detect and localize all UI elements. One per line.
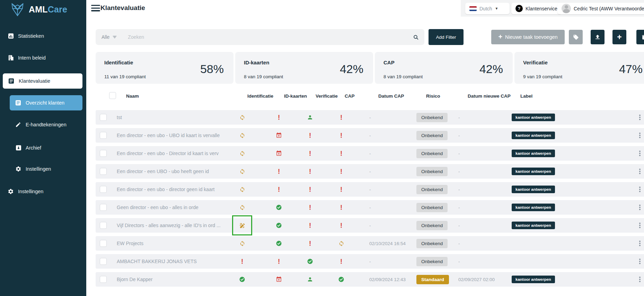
row-actions-menu-icon[interactable] bbox=[637, 275, 642, 284]
sidebar-item-instellingen[interactable]: Instellingen bbox=[0, 161, 86, 177]
check-icon bbox=[239, 276, 245, 282]
row-name[interactable]: Bjorn De Kapper bbox=[111, 272, 220, 287]
filter-list-icon bbox=[112, 34, 117, 40]
language-selector[interactable]: Dutch ▼ bbox=[465, 3, 510, 14]
sidebar-item-statistieken[interactable]: Statistieken bbox=[0, 28, 86, 44]
row-checkbox[interactable] bbox=[100, 258, 107, 265]
row-name[interactable]: Een director - een ubo - Director id kaa… bbox=[111, 146, 220, 161]
table-row: Geen director - een ubo - alles in orde … bbox=[96, 200, 644, 215]
search-bar: Alle bbox=[96, 29, 424, 45]
row-checkbox[interactable] bbox=[100, 150, 107, 157]
delete-button[interactable] bbox=[636, 30, 644, 44]
risk-badge: Onbekend bbox=[416, 167, 448, 176]
cell-label: kantoor antwerpen bbox=[512, 164, 624, 179]
row-checkbox[interactable] bbox=[100, 186, 107, 193]
row-name[interactable]: Een director - een ubo - director geen i… bbox=[111, 182, 220, 197]
new-task-button[interactable]: + Nieuwe taak toevoegen bbox=[491, 30, 565, 44]
add-filter-button[interactable]: Add Filter bbox=[429, 29, 464, 45]
row-actions-menu-icon[interactable] bbox=[637, 239, 642, 248]
label-badge[interactable]: kantoor antwerpen bbox=[512, 150, 555, 157]
sidebar-item-label: Instellingen bbox=[26, 166, 51, 172]
avatar bbox=[562, 4, 571, 13]
chevron-down-icon: ▼ bbox=[495, 7, 499, 10]
row-name[interactable]: Geen director - een ubo - alles in orde bbox=[111, 200, 220, 215]
cell-id-kaarten: ! bbox=[264, 164, 294, 179]
page-title: Klantevaluatie bbox=[100, 4, 145, 12]
cell-label: kantoor antwerpen bbox=[512, 146, 624, 161]
row-actions-menu-icon[interactable] bbox=[637, 257, 642, 266]
cell-risico: Onbekend bbox=[416, 200, 458, 215]
risk-badge: Standaard bbox=[416, 275, 449, 284]
sidebar-item-archief[interactable]: Archief bbox=[0, 140, 86, 155]
menu-toggle-icon[interactable] bbox=[91, 5, 100, 13]
row-checkbox[interactable] bbox=[100, 222, 107, 229]
risk-badge: Onbekend bbox=[416, 239, 448, 248]
label-badge[interactable]: kantoor antwerpen bbox=[512, 186, 555, 193]
user-menu[interactable]: Cedric Test (AWW Verantwoordeli bbox=[557, 3, 644, 14]
sync-icon bbox=[239, 133, 245, 138]
row-name[interactable]: Een director - een ubo - UBO id kaart is… bbox=[111, 128, 220, 143]
calendar-x-icon bbox=[276, 150, 282, 156]
row-name[interactable]: Een director - een UBO - ubo heeft geen … bbox=[111, 164, 220, 179]
sidebar-item-e-handtekeningen[interactable]: E-handtekeningen bbox=[0, 117, 86, 132]
row-actions-menu-icon[interactable] bbox=[637, 167, 642, 176]
user-name: Cedric Test (AWW Verantwoordeli bbox=[574, 6, 644, 11]
cell-datum-nieuwe-cap: - bbox=[458, 218, 512, 233]
row-name[interactable]: Vijf Directors - alles aanwezig - alle I… bbox=[111, 218, 220, 233]
exclamation-icon: ! bbox=[309, 240, 311, 247]
cell-datum-nieuwe-cap: - bbox=[458, 200, 512, 215]
label-badge[interactable]: kantoor antwerpen bbox=[512, 132, 555, 139]
filter-scope-dropdown[interactable]: Alle bbox=[102, 34, 117, 40]
stat-card-identificatie: Identificatie 11 van 19 compliant 58% bbox=[96, 52, 233, 84]
row-actions-menu-icon[interactable] bbox=[637, 131, 642, 140]
tag-button[interactable] bbox=[569, 30, 583, 44]
row-name[interactable]: tst bbox=[111, 110, 220, 125]
row-checkbox[interactable] bbox=[100, 276, 107, 283]
row-checkbox[interactable] bbox=[100, 204, 107, 211]
row-checkbox[interactable] bbox=[100, 132, 107, 139]
row-checkbox[interactable] bbox=[100, 240, 107, 247]
add-client-button[interactable]: + bbox=[612, 30, 626, 44]
label-badge[interactable]: kantoor antwerpen bbox=[512, 276, 555, 283]
risk-badge: Onbekend bbox=[416, 149, 448, 158]
row-actions-menu-icon[interactable] bbox=[637, 221, 642, 230]
cell-id-kaarten bbox=[264, 272, 294, 287]
table-body: tst ! ! - Onbekend - kantoor antwerpen E… bbox=[96, 110, 644, 290]
cell-cap: ! bbox=[326, 254, 356, 269]
fox-logo-icon bbox=[10, 2, 25, 17]
stats-row: Identificatie 11 van 19 compliant 58% ID… bbox=[96, 52, 644, 84]
upload-button[interactable] bbox=[591, 30, 605, 44]
app-logo[interactable]: AMLCare bbox=[10, 2, 67, 17]
row-actions-menu-icon[interactable] bbox=[637, 149, 642, 158]
table-row: Vijf Directors - alles aanwezig - alle I… bbox=[96, 218, 644, 233]
search-icon[interactable] bbox=[413, 34, 419, 40]
sidebar-item-intern-beleid[interactable]: Intern beleid bbox=[0, 50, 86, 65]
sidebar-item-klantevaluatie[interactable]: Klantevaluatie bbox=[3, 73, 82, 89]
nl-flag-icon bbox=[469, 6, 477, 11]
row-name[interactable]: EW Projects bbox=[111, 236, 220, 251]
row-actions-menu-icon[interactable] bbox=[637, 113, 642, 122]
cell-identificatie bbox=[220, 218, 264, 233]
row-actions-menu-icon[interactable] bbox=[637, 203, 642, 212]
plus-icon: + bbox=[498, 33, 502, 41]
risk-badge: Onbekend bbox=[416, 131, 448, 140]
row-checkbox[interactable] bbox=[100, 168, 107, 175]
sidebar-item-overzicht-klanten[interactable]: Overzicht klanten bbox=[10, 95, 82, 110]
search-input[interactable] bbox=[127, 34, 413, 40]
row-name[interactable]: AMBACHT BAKKERIJ JONAS VETS bbox=[111, 254, 220, 269]
label-badge[interactable]: kantoor antwerpen bbox=[512, 204, 555, 211]
support-button[interactable]: ? Klantenservice bbox=[511, 3, 562, 14]
label-badge[interactable]: kantoor antwerpen bbox=[512, 222, 555, 229]
cell-label: kantoor antwerpen bbox=[512, 128, 624, 143]
exclamation-icon: ! bbox=[340, 186, 343, 193]
person-icon bbox=[307, 114, 313, 120]
label-badge[interactable]: kantoor antwerpen bbox=[512, 114, 555, 121]
cell-id-kaarten: ! bbox=[264, 182, 294, 197]
label-badge[interactable]: kantoor antwerpen bbox=[512, 168, 555, 175]
sidebar-item-instellingen-2[interactable]: Instellingen bbox=[0, 184, 86, 199]
select-all-checkbox[interactable] bbox=[109, 92, 116, 99]
row-checkbox[interactable] bbox=[100, 114, 107, 121]
gear-icon bbox=[15, 166, 21, 172]
row-actions-menu-icon[interactable] bbox=[637, 185, 642, 194]
stat-subtitle: 9 van 19 compliant bbox=[523, 74, 562, 79]
